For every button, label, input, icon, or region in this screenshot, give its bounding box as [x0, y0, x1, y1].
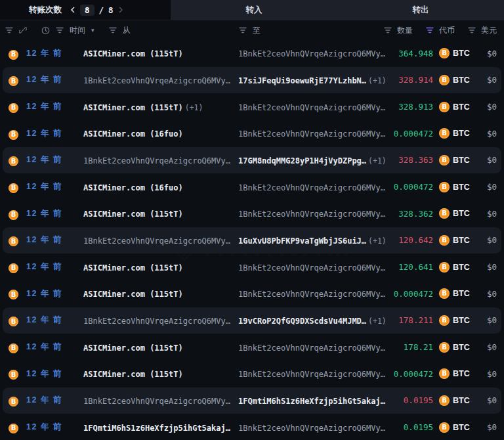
- row-token[interactable]: BBTC: [433, 128, 471, 139]
- row-token[interactable]: BBTC: [433, 395, 471, 406]
- row-from-address[interactable]: ASICMiner.com (115tT): [83, 341, 238, 353]
- row-time[interactable]: 12 年 前: [26, 154, 83, 165]
- row-to-address[interactable]: 1BnkEt2ceoVhnQVrqeAzigcroQ6MVy…: [238, 181, 388, 193]
- row-token[interactable]: BBTC: [433, 182, 471, 192]
- row-from-address[interactable]: ASICMiner.com (115tT)(+1): [83, 101, 238, 113]
- row-to-address[interactable]: 1BnkEt2ceoVhnQVrqeAzigcroQ6MVy…: [238, 288, 388, 299]
- row-from-address[interactable]: ASICMiner.com (115tT): [83, 261, 238, 273]
- row-from-address[interactable]: ASICMiner.com (16fuo): [83, 181, 238, 193]
- row-to-address[interactable]: 1BnkEt2ceoVhnQVrqeAzigcroQ6MVy…: [238, 127, 388, 139]
- row-to-address[interactable]: 1GuXvU8PbFKP9vaTgWbjJS6uiJ…(+1): [238, 234, 388, 246]
- row-to-address[interactable]: 1BnkEt2ceoVhnQVrqeAzigcroQ6MVy…: [238, 368, 388, 380]
- tab-transfers-out[interactable]: 转出: [337, 0, 504, 20]
- link-icon[interactable]: [19, 26, 27, 34]
- table-row[interactable]: B 12 年 前 1BnkEt2ceoVhnQVrqeAzigcroQ6MVy……: [3, 147, 501, 174]
- row-token[interactable]: BBTC: [433, 315, 471, 326]
- column-header-token[interactable]: 代币: [439, 25, 455, 36]
- table-row[interactable]: B 12 年 前 ASICMiner.com (115tT) 1BnkEt2ce…: [0, 200, 504, 227]
- table-row[interactable]: B 12 年 前 ASICMiner.com (16fuo) 1BnkEt2ce…: [0, 120, 504, 147]
- column-header-usd[interactable]: 美元: [481, 25, 497, 36]
- row-from-address[interactable]: 1BnkEt2ceoVhnQVrqeAzigcroQ6MVy…: [83, 315, 238, 326]
- table-row[interactable]: B 12 年 前 ASICMiner.com (115tT)(+1) 1BnkE…: [0, 93, 504, 120]
- table-row[interactable]: B 12 年 前 1BnkEt2ceoVhnQVrqeAzigcroQ6MVy……: [3, 387, 501, 414]
- row-time[interactable]: 12 年 前: [26, 288, 83, 299]
- filter-icon[interactable]: [384, 27, 392, 33]
- row-from-address[interactable]: ASICMiner.com (115tT): [83, 208, 238, 219]
- row-time[interactable]: 12 年 前: [26, 422, 83, 433]
- row-from-address[interactable]: 1BnkEt2ceoVhnQVrqeAzigcroQ6MVy…: [83, 154, 238, 166]
- row-to-address[interactable]: 1BnkEt2ceoVhnQVrqeAzigcroQ6MVy…: [238, 422, 388, 433]
- row-time[interactable]: 12 年 前: [26, 74, 83, 85]
- row-time[interactable]: 12 年 前: [26, 341, 83, 353]
- row-time[interactable]: 12 年 前: [26, 261, 83, 273]
- prev-page-icon[interactable]: [70, 7, 75, 13]
- column-header-time[interactable]: 时间: [70, 25, 85, 36]
- row-from-address[interactable]: 1FQmtiM6hS1z6HeXfzjp5ihGt5akaj…: [83, 422, 238, 433]
- table-row[interactable]: B 12 年 前 1BnkEt2ceoVhnQVrqeAzigcroQ6MVy……: [3, 227, 501, 254]
- table-row[interactable]: B 12 年 前 ASICMiner.com (115tT) 1BnkEt2ce…: [0, 253, 504, 280]
- table-row[interactable]: B 12 年 前 ASICMiner.com (115tT) 1BnkEt2ce…: [0, 40, 504, 67]
- row-to-address[interactable]: 1BnkEt2ceoVhnQVrqeAzigcroQ6MVy…: [238, 208, 388, 219]
- filter-icon[interactable]: [56, 27, 64, 33]
- current-page[interactable]: 8: [80, 5, 94, 16]
- row-token[interactable]: BBTC: [433, 48, 471, 58]
- in-out-header: 转入 转出: [171, 0, 504, 20]
- clock-icon[interactable]: [41, 26, 50, 35]
- row-time[interactable]: 12 年 前: [26, 315, 83, 326]
- row-token[interactable]: BBTC: [433, 102, 471, 112]
- row-from-address[interactable]: 1BnkEt2ceoVhnQVrqeAzigcroQ6MVy…: [83, 395, 238, 407]
- row-time[interactable]: 12 年 前: [26, 234, 83, 246]
- row-to-address[interactable]: 17siJFeqUi9oewuRjE77YLzhbN…(+1): [238, 74, 388, 86]
- row-from-address[interactable]: ASICMiner.com (16fuo): [83, 127, 238, 139]
- row-to-address[interactable]: 1BnkEt2ceoVhnQVrqeAzigcroQ6MVy…: [238, 47, 388, 59]
- table-row[interactable]: B 12 年 前 ASICMiner.com (115tT) 1BnkEt2ce…: [0, 361, 504, 387]
- row-token[interactable]: BBTC: [433, 262, 471, 273]
- filter-icon[interactable]: [468, 27, 476, 33]
- row-time[interactable]: 12 年 前: [26, 101, 83, 112]
- row-from-address[interactable]: 1BnkEt2ceoVhnQVrqeAzigcroQ6MVy…: [83, 74, 238, 86]
- row-to-address[interactable]: 1FQmtiM6hS1z6HeXfzjp5ihGt5akaj…: [238, 395, 388, 407]
- table-row[interactable]: B 12 年 前 ASICMiner.com (115tT) 1BnkEt2ce…: [0, 334, 504, 361]
- row-token[interactable]: BBTC: [433, 342, 471, 353]
- row-time[interactable]: 12 年 前: [26, 208, 83, 219]
- row-time[interactable]: 12 年 前: [26, 368, 83, 380]
- row-to-address[interactable]: 17GM8ndqMMG28yP1H4jVyDZPpg…(+1): [238, 154, 388, 166]
- column-header-amount[interactable]: 数量: [397, 25, 413, 36]
- row-from-address[interactable]: ASICMiner.com (115tT): [83, 288, 238, 299]
- row-from-address[interactable]: ASICMiner.com (115tT): [83, 368, 238, 380]
- table-row[interactable]: B 12 年 前 1BnkEt2ceoVhnQVrqeAzigcroQ6MVy……: [3, 307, 501, 334]
- row-token[interactable]: BBTC: [433, 235, 471, 246]
- row-to-address[interactable]: 1BnkEt2ceoVhnQVrqeAzigcroQ6MVy…: [238, 101, 388, 113]
- row-token[interactable]: BBTC: [433, 208, 471, 219]
- tab-transfers-in[interactable]: 转入: [171, 0, 337, 20]
- address-plus-count: (+1): [368, 236, 387, 246]
- filter-icon[interactable]: [109, 27, 117, 33]
- table-row[interactable]: B 12 年 前 1BnkEt2ceoVhnQVrqeAzigcroQ6MVy……: [3, 67, 501, 94]
- row-time[interactable]: 12 年 前: [26, 181, 83, 192]
- address-plus-count: (+1): [185, 103, 203, 112]
- row-time[interactable]: 12 年 前: [26, 395, 83, 406]
- row-token[interactable]: BBTC: [433, 422, 471, 433]
- table-row[interactable]: B 12 年 前 ASICMiner.com (16fuo) 1BnkEt2ce…: [0, 173, 504, 200]
- filter-icon[interactable]: [239, 27, 247, 33]
- filter-icon-active[interactable]: [426, 27, 434, 33]
- row-token[interactable]: BBTC: [433, 155, 471, 165]
- row-from-address[interactable]: ASICMiner.com (115tT): [83, 47, 238, 59]
- column-header-to[interactable]: 至: [253, 25, 261, 36]
- row-token[interactable]: BBTC: [433, 75, 471, 85]
- filter-icon[interactable]: [5, 27, 13, 33]
- row-to-address[interactable]: 1BnkEt2ceoVhnQVrqeAzigcroQ6MVy…: [238, 261, 388, 273]
- row-time[interactable]: 12 年 前: [26, 48, 83, 59]
- table-row[interactable]: B 12 年 前 ASICMiner.com (115tT) 1BnkEt2ce…: [0, 280, 504, 307]
- next-page-icon[interactable]: [118, 7, 123, 13]
- row-to-address[interactable]: 1BnkEt2ceoVhnQVrqeAzigcroQ6MVy…: [238, 341, 388, 353]
- row-token[interactable]: BBTC: [433, 368, 471, 379]
- chevron-down-icon[interactable]: ▾: [91, 28, 94, 33]
- column-header-from[interactable]: 从: [123, 25, 131, 36]
- row-token[interactable]: BBTC: [433, 288, 471, 299]
- table-row[interactable]: B 12 年 前 1FQmtiM6hS1z6HeXfzjp5ihGt5akaj……: [0, 414, 504, 440]
- row-usd-value: $0: [471, 262, 497, 272]
- row-to-address[interactable]: 19vCRoP2QfGQ9DXScdsVu4MJMD…(+1): [238, 315, 388, 326]
- row-time[interactable]: 12 年 前: [26, 128, 83, 139]
- row-from-address[interactable]: 1BnkEt2ceoVhnQVrqeAzigcroQ6MVy…: [83, 234, 238, 246]
